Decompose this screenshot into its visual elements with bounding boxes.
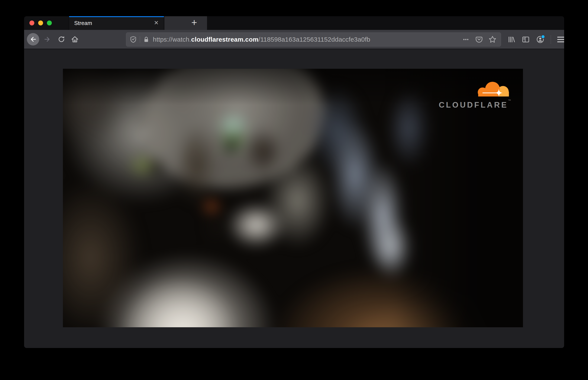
- url-scheme: https://watch.: [153, 36, 191, 43]
- forward-arrow-icon: [44, 36, 51, 43]
- minimize-window-button[interactable]: [38, 20, 43, 25]
- account-notification-dot: [541, 35, 545, 39]
- reload-icon: [58, 36, 65, 43]
- titlebar: [24, 16, 69, 30]
- pocket-icon[interactable]: [475, 36, 483, 43]
- url-domain: cloudflarestream.com: [191, 36, 259, 43]
- bookmark-star-icon[interactable]: [488, 36, 497, 43]
- reload-button[interactable]: [58, 36, 65, 43]
- tab-stream[interactable]: Stream ✕: [69, 16, 164, 30]
- lock-icon[interactable]: [143, 36, 149, 43]
- home-button[interactable]: [71, 36, 79, 43]
- back-arrow-icon: [29, 36, 37, 43]
- url-bar[interactable]: https://watch.cloudflarestream.com/11859…: [126, 33, 501, 47]
- menu-button[interactable]: [557, 37, 564, 42]
- tab-close-icon[interactable]: ✕: [152, 16, 160, 29]
- trademark-symbol: ™: [508, 99, 511, 102]
- sidebar-icon[interactable]: [522, 36, 530, 43]
- library-icon[interactable]: [507, 36, 515, 43]
- back-button[interactable]: [27, 33, 39, 45]
- url-text: https://watch.cloudflarestream.com/11859…: [153, 36, 370, 43]
- account-button[interactable]: [536, 36, 544, 43]
- new-tab-button[interactable]: +: [188, 16, 201, 29]
- menu-icon: [557, 37, 564, 38]
- cloudflare-watermark: CLOUDFLARE™: [439, 81, 511, 110]
- navigation-toolbar: https://watch.cloudflarestream.com/11859…: [24, 30, 564, 49]
- new-tab-zone: +: [164, 16, 207, 30]
- close-window-button[interactable]: [29, 20, 34, 25]
- page-actions-icon[interactable]: [462, 36, 470, 43]
- cloudflare-cloud-icon: [477, 81, 510, 98]
- tab-bar: Stream ✕ +: [24, 16, 564, 30]
- zoom-window-button[interactable]: [47, 20, 52, 25]
- page-content: CLOUDFLARE™: [24, 49, 564, 348]
- browser-window: Stream ✕ +: [24, 16, 564, 348]
- url-path: /118598a163a125631152ddaccfe3a0fb: [259, 36, 370, 43]
- tracking-protection-shield-icon[interactable]: [130, 36, 137, 43]
- tab-title: Stream: [74, 16, 92, 30]
- home-icon: [71, 36, 79, 43]
- cloudflare-wordmark: CLOUDFLARE™: [439, 99, 511, 110]
- forward-button[interactable]: [44, 36, 51, 43]
- video-player[interactable]: CLOUDFLARE™: [63, 69, 523, 327]
